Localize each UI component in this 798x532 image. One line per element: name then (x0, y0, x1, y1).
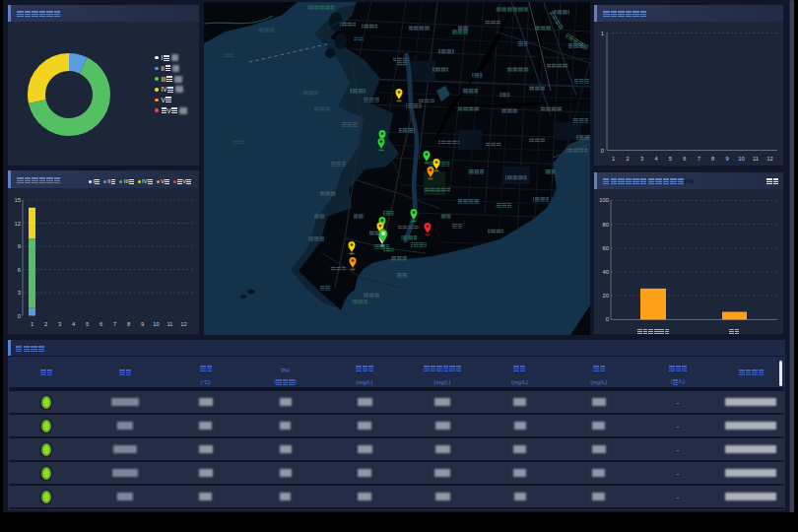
svg-text:9: 9 (725, 156, 728, 162)
svg-text:1: 1 (612, 156, 615, 162)
svg-text:20: 20 (603, 293, 609, 299)
svg-text:3: 3 (18, 290, 21, 296)
svg-text:12: 12 (180, 321, 186, 327)
svg-text:8: 8 (127, 321, 130, 327)
svg-text:7: 7 (698, 156, 700, 162)
svg-text:6: 6 (683, 156, 686, 162)
svg-text:10: 10 (738, 156, 744, 162)
svg-text:60: 60 (603, 245, 609, 251)
svg-text:6: 6 (18, 267, 21, 273)
svg-text:4: 4 (72, 321, 76, 327)
svg-text:11: 11 (753, 156, 759, 162)
svg-text:11: 11 (166, 321, 172, 327)
svg-text:10: 10 (153, 321, 159, 327)
svg-text:1: 1 (601, 31, 604, 36)
svg-text:9: 9 (141, 321, 144, 327)
svg-text:2: 2 (626, 156, 629, 162)
svg-text:3: 3 (58, 321, 61, 327)
svg-text:4: 4 (654, 156, 658, 162)
svg-text:100: 100 (599, 197, 609, 203)
svg-text:5: 5 (86, 321, 89, 327)
svg-text:9: 9 (18, 243, 21, 249)
svg-text:15: 15 (15, 197, 21, 203)
svg-text:7: 7 (113, 321, 116, 327)
svg-text:1: 1 (31, 321, 33, 327)
svg-text:12: 12 (15, 221, 21, 227)
svg-text:5: 5 (669, 156, 672, 162)
svg-text:0: 0 (18, 313, 21, 319)
svg-text:2: 2 (44, 321, 47, 327)
svg-text:0: 0 (606, 316, 609, 322)
svg-text:40: 40 (603, 269, 609, 275)
svg-text:80: 80 (603, 222, 609, 228)
svg-text:0: 0 (601, 148, 604, 154)
svg-text:3: 3 (640, 156, 643, 162)
svg-text:8: 8 (711, 156, 714, 162)
svg-text:12: 12 (766, 156, 772, 162)
svg-text:6: 6 (100, 321, 102, 327)
